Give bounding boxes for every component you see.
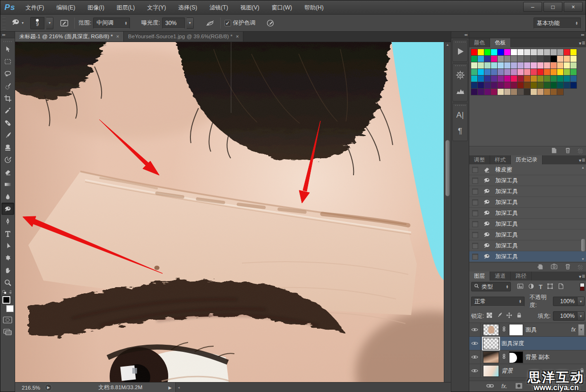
opacity-value[interactable]: 100% bbox=[553, 297, 577, 306]
tab-swatches[interactable]: 色板 bbox=[490, 38, 511, 47]
blend-mode-select[interactable]: 正常 ▴▾ bbox=[471, 297, 525, 307]
swatch-102[interactable] bbox=[511, 89, 517, 95]
zoom-tool[interactable] bbox=[1, 276, 14, 289]
swatch-63[interactable] bbox=[570, 69, 577, 75]
layer-name[interactable]: 背景 副本 bbox=[526, 353, 550, 361]
swatch-38[interactable] bbox=[511, 62, 517, 68]
swatch-107[interactable] bbox=[544, 89, 550, 95]
swatch-61[interactable] bbox=[557, 69, 563, 75]
swatch-7[interactable] bbox=[517, 49, 524, 55]
menu-item-4[interactable]: 文字(Y) bbox=[141, 0, 172, 15]
lock-all-icon[interactable] bbox=[516, 312, 522, 320]
options-grip[interactable] bbox=[2, 17, 6, 29]
tab-adjustments[interactable]: 调整 bbox=[469, 155, 490, 164]
swatch-35[interactable] bbox=[491, 62, 497, 68]
swatch-98[interactable] bbox=[484, 89, 491, 95]
swatch-42[interactable] bbox=[537, 62, 543, 68]
panel-menu-icon[interactable]: ▾≡ bbox=[579, 157, 585, 163]
collapse-panels-icon[interactable]: ◂◂ bbox=[451, 32, 469, 38]
swatch-8[interactable] bbox=[524, 49, 530, 55]
exposure-dropdown[interactable]: ▾ bbox=[187, 17, 194, 29]
layer-fx-label[interactable]: fx bbox=[571, 326, 576, 333]
swatch-106[interactable] bbox=[537, 89, 543, 95]
tab-history[interactable]: 历史记录 bbox=[511, 155, 543, 164]
swatch-79[interactable] bbox=[570, 76, 577, 82]
path-select-tool[interactable] bbox=[1, 239, 14, 252]
swatch-89[interactable] bbox=[531, 82, 537, 88]
swatch-49[interactable] bbox=[478, 69, 484, 75]
swatch-22[interactable] bbox=[511, 56, 517, 62]
swatch-95[interactable] bbox=[570, 82, 577, 88]
filter-type-icon[interactable]: T bbox=[539, 283, 543, 290]
scroll-down-icon[interactable]: ▼ bbox=[580, 257, 586, 261]
canvas-image[interactable] bbox=[15, 42, 444, 382]
swatch-16[interactable] bbox=[471, 56, 477, 62]
menu-item-6[interactable]: 滤镜(T) bbox=[203, 0, 234, 15]
swatch-67[interactable] bbox=[491, 76, 497, 82]
burn-tool[interactable] bbox=[1, 203, 14, 215]
layer-thumbnail[interactable] bbox=[483, 324, 499, 336]
visibility-eye-icon[interactable] bbox=[469, 337, 481, 350]
close-icon[interactable]: × bbox=[236, 34, 239, 39]
visibility-eye-icon[interactable] bbox=[469, 364, 481, 377]
fill-value[interactable]: 100% bbox=[553, 311, 577, 321]
hand-tool[interactable] bbox=[1, 264, 14, 276]
lock-transparency-icon[interactable] bbox=[486, 312, 492, 320]
brush-tool[interactable] bbox=[1, 129, 14, 141]
swatch-76[interactable] bbox=[551, 76, 557, 82]
swatch-56[interactable] bbox=[524, 69, 530, 75]
maximize-button[interactable]: □ bbox=[543, 2, 562, 12]
history-source-well[interactable] bbox=[472, 199, 478, 205]
fx-collapse-button[interactable]: ▾ bbox=[578, 324, 585, 336]
mask-link-icon[interactable] bbox=[501, 326, 507, 333]
zoom-level[interactable]: 216.5% bbox=[15, 385, 45, 391]
swatch-6[interactable] bbox=[511, 49, 517, 55]
swatch-101[interactable] bbox=[504, 89, 510, 95]
swatch-59[interactable] bbox=[544, 69, 550, 75]
swatch-70[interactable] bbox=[511, 76, 517, 82]
scroll-up-icon[interactable]: ▲ bbox=[580, 166, 586, 169]
swatch-92[interactable] bbox=[551, 82, 557, 88]
history-brush-tool[interactable] bbox=[1, 153, 14, 166]
swatch-66[interactable] bbox=[484, 76, 491, 82]
swatch-74[interactable] bbox=[537, 76, 543, 82]
swatch-72[interactable] bbox=[524, 76, 530, 82]
history-item-2[interactable]: 加深工具 bbox=[469, 186, 586, 197]
resize-grip[interactable] bbox=[578, 265, 583, 270]
swatch-5[interactable] bbox=[504, 49, 510, 55]
swatch-83[interactable] bbox=[491, 82, 497, 88]
swatch-91[interactable] bbox=[544, 82, 550, 88]
document-tab-active[interactable]: 未标题-1 @ 216% (面具深度, RGB/8) * × bbox=[15, 31, 124, 42]
swatch-90[interactable] bbox=[537, 82, 543, 88]
layer-name[interactable]: 面具深度 bbox=[501, 340, 524, 348]
drag-grip[interactable] bbox=[455, 42, 465, 43]
swatch-28[interactable] bbox=[551, 56, 557, 62]
lasso-tool[interactable] bbox=[1, 68, 14, 80]
tab-styles[interactable]: 样式 bbox=[490, 155, 511, 164]
swatch-82[interactable] bbox=[484, 82, 491, 88]
swatch-31[interactable] bbox=[570, 56, 577, 62]
swatch-105[interactable] bbox=[531, 89, 537, 95]
swatch-1[interactable] bbox=[478, 49, 484, 55]
vertical-scrollbar[interactable]: ▲ bbox=[444, 42, 451, 382]
lock-position-icon[interactable] bbox=[506, 312, 512, 320]
swatch-34[interactable] bbox=[484, 62, 491, 68]
swatch-29[interactable] bbox=[557, 56, 563, 62]
vertical-scroll-thumb[interactable] bbox=[445, 140, 450, 196]
new-document-from-state-button[interactable] bbox=[537, 263, 544, 272]
history-scroll-thumb[interactable] bbox=[581, 239, 586, 252]
document-tab-inactive[interactable]: BeYourself-Source1.jpg @ 39.6%(RGB/8) * … bbox=[124, 31, 243, 42]
toolbar-expand-icon[interactable]: ▸▸ bbox=[0, 32, 15, 38]
swatch-40[interactable] bbox=[524, 62, 530, 68]
swatch-14[interactable] bbox=[564, 49, 570, 55]
history-item-6[interactable]: 加深工具 bbox=[469, 230, 586, 240]
swatch-93[interactable] bbox=[557, 82, 563, 88]
swatch-73[interactable] bbox=[531, 76, 537, 82]
swatch-32[interactable] bbox=[471, 62, 477, 68]
move-tool[interactable] bbox=[1, 43, 14, 55]
swatch-77[interactable] bbox=[557, 76, 563, 82]
character-panel-button[interactable]: A| bbox=[453, 107, 467, 123]
history-source-well[interactable] bbox=[472, 210, 478, 216]
history-source-well[interactable] bbox=[472, 221, 478, 227]
layer-filter-switch[interactable] bbox=[580, 283, 585, 291]
